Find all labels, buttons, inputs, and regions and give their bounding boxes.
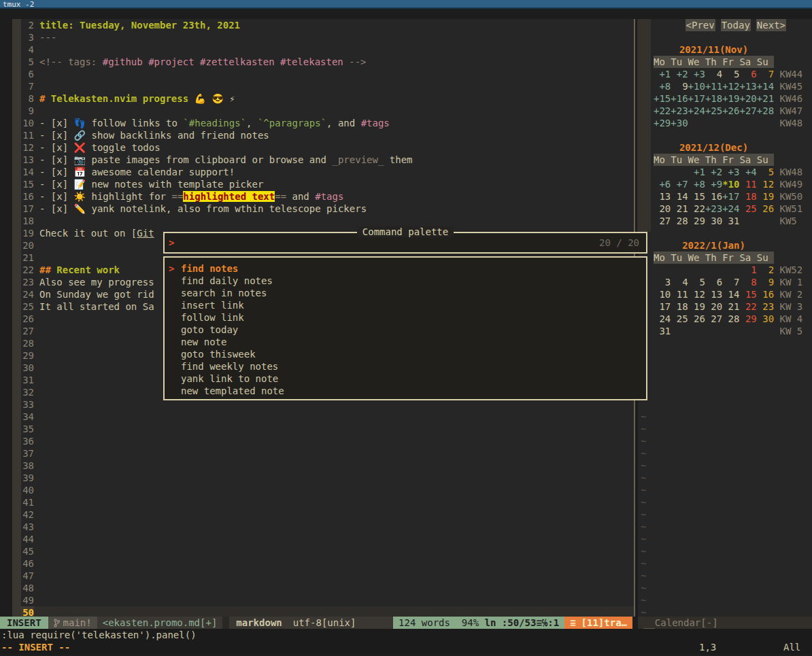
calendar-day[interactable] (739, 215, 756, 226)
calendar-day[interactable]: 5 (757, 167, 774, 177)
calendar-day[interactable]: +18 (705, 93, 722, 104)
calendar-day[interactable]: 21 (671, 203, 688, 214)
prev-month-button[interactable]: <Prev (686, 19, 715, 31)
palette-item[interactable]: new note (165, 336, 646, 348)
calendar-day[interactable]: 25 (671, 313, 688, 324)
scrollbar-strip[interactable] (637, 19, 651, 232)
calendar-day[interactable]: 18 (671, 301, 688, 312)
editor-line[interactable]: 44 (0, 533, 634, 545)
calendar-day[interactable]: 7 (757, 69, 774, 80)
calendar-day[interactable]: 12 (688, 289, 705, 300)
calendar-day[interactable]: 10 (654, 289, 671, 300)
calendar-day[interactable]: +24 (722, 203, 739, 214)
calendar-day[interactable] (671, 264, 688, 275)
palette-item[interactable]: new templated note (165, 385, 646, 397)
calendar-day[interactable]: +20 (739, 93, 756, 104)
editor-line[interactable]: 45 (0, 545, 634, 557)
editor-line[interactable]: 39 (0, 472, 634, 484)
calendar-day[interactable]: +28 (757, 105, 774, 116)
calendar-day[interactable] (722, 264, 739, 275)
calendar-day[interactable]: 31 (654, 326, 671, 336)
editor-line[interactable]: 48 (0, 582, 634, 594)
calendar-day[interactable]: 28 (722, 313, 739, 324)
editor-line[interactable]: 47 (0, 570, 634, 582)
calendar-day[interactable]: +17 (688, 93, 705, 104)
editor-line[interactable]: 34 (0, 411, 634, 423)
editor-line[interactable]: 17- [x] ✏️ yank notelink, also from wthi… (0, 203, 634, 215)
palette-item[interactable]: find weekly notes (165, 360, 646, 373)
editor-line[interactable]: 40 (0, 484, 634, 496)
calendar-day[interactable]: 27 (654, 215, 671, 226)
calendar-day[interactable]: +8 (688, 179, 705, 190)
calendar-day[interactable] (705, 326, 722, 336)
calendar-day[interactable]: 16 (705, 191, 722, 202)
editor-line[interactable]: 14- [x] 📅 awesome calendar support! (0, 166, 634, 178)
palette-item[interactable]: insert link (165, 299, 646, 311)
calendar-day[interactable]: 26 (757, 203, 774, 214)
editor-line[interactable]: 38 (0, 460, 634, 472)
calendar-day[interactable]: 3 (654, 277, 671, 288)
calendar-day[interactable]: 4 (705, 69, 722, 80)
editor-line[interactable]: 3--- (0, 31, 634, 44)
calendar-day[interactable]: +23 (671, 105, 688, 116)
calendar-day[interactable]: +2 (671, 69, 688, 80)
calendar-day[interactable]: +12 (722, 81, 739, 92)
editor-line[interactable]: 5<!-- tags: #github #project #zettelkast… (0, 56, 634, 68)
editor-line[interactable]: 6 (0, 68, 634, 80)
palette-item[interactable]: yank link to note (165, 373, 646, 385)
calendar-day[interactable]: 28 (671, 215, 688, 226)
palette-item[interactable]: find daily notes (165, 275, 646, 287)
calendar-day[interactable]: +1 (654, 69, 671, 80)
calendar-day[interactable]: 29 (739, 313, 756, 324)
calendar-day[interactable]: +2 (705, 167, 722, 177)
editor-line[interactable]: 2title: Tuesday, November 23th, 2021 (0, 19, 634, 31)
calendar-day[interactable]: +25 (705, 105, 722, 116)
calendar-day[interactable] (722, 326, 739, 336)
calendar-day[interactable] (654, 167, 671, 177)
editor-line[interactable]: 4 (0, 44, 634, 56)
calendar-day[interactable]: 14 (722, 289, 739, 300)
calendar-day[interactable]: 2 (757, 264, 774, 275)
palette-item[interactable]: search in notes (165, 287, 646, 299)
editor-line[interactable]: 36 (0, 435, 634, 447)
calendar-day[interactable]: 29 (688, 215, 705, 226)
calendar-day[interactable]: 13 (654, 191, 671, 202)
buffer-tab[interactable]: ≡ [11]tra… (564, 617, 632, 629)
calendar-day[interactable] (671, 167, 688, 177)
calendar-day[interactable]: 7 (722, 277, 739, 288)
editor-line[interactable]: 37 (0, 447, 634, 460)
editor-line[interactable]: 7 (0, 80, 634, 92)
calendar-day[interactable]: +19 (722, 93, 739, 104)
calendar-day[interactable] (757, 118, 774, 128)
calendar-day[interactable]: +21 (757, 93, 774, 104)
calendar-day[interactable]: 13 (705, 289, 722, 300)
calendar-day[interactable]: 6 (705, 277, 722, 288)
calendar-day[interactable]: 19 (757, 191, 774, 202)
calendar-day[interactable]: *10 (722, 179, 739, 190)
calendar-day[interactable]: 20 (654, 203, 671, 214)
calendar-day[interactable]: 17 (654, 301, 671, 312)
calendar-day[interactable]: 19 (688, 301, 705, 312)
calendar-day[interactable]: +13 (739, 81, 756, 92)
calendar-day[interactable]: 16 (757, 289, 774, 300)
calendar-day[interactable]: 4 (671, 277, 688, 288)
calendar-day[interactable]: 15 (739, 289, 756, 300)
editor-line[interactable]: 13- [x] 📷 paste images from clipboard or… (0, 154, 634, 166)
calendar-day[interactable]: 21 (722, 301, 739, 312)
calendar-day[interactable]: +1 (688, 167, 705, 177)
calendar-day[interactable]: +8 (654, 81, 671, 92)
calendar-day[interactable]: 14 (671, 191, 688, 202)
calendar-day[interactable]: +23 (705, 203, 722, 214)
command-palette-results[interactable]: >find notes find daily notes search in n… (163, 256, 647, 400)
editor-line[interactable]: 50 (0, 606, 634, 617)
calendar-day[interactable]: +11 (705, 81, 722, 92)
editor-line[interactable]: 49 (0, 594, 634, 606)
editor-line[interactable]: 8# Telekasten.nvim progress 💪 😎 ⚡ (0, 92, 634, 105)
calendar-day[interactable]: 22 (739, 301, 756, 312)
calendar-day[interactable]: 5 (722, 69, 739, 80)
editor-line[interactable]: 15- [x] 📝 new notes with template picker (0, 178, 634, 190)
calendar-day[interactable]: +9 (705, 179, 722, 190)
calendar-day[interactable]: +24 (688, 105, 705, 116)
calendar-day[interactable]: 5 (688, 277, 705, 288)
editor-line[interactable]: 46 (0, 557, 634, 570)
